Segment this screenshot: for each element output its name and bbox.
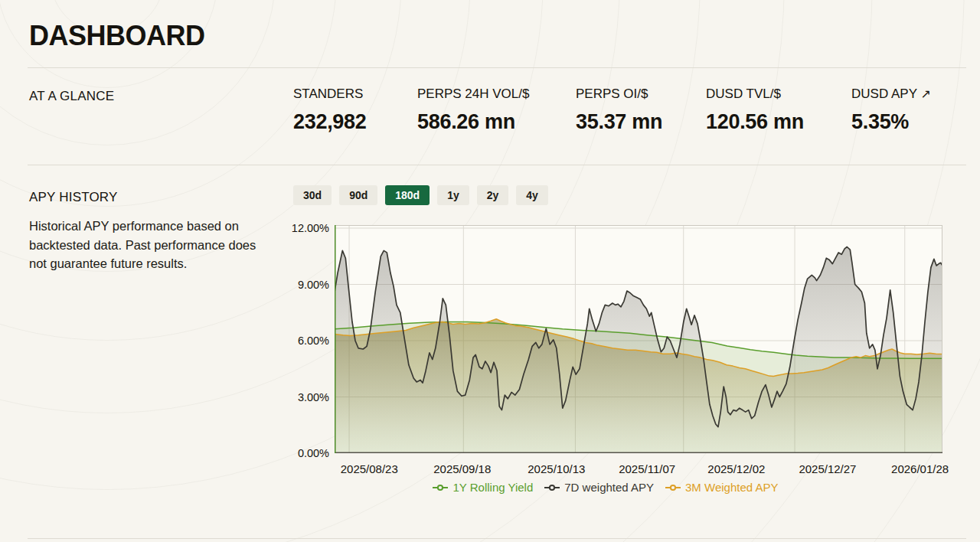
range-button-90d[interactable]: 90d <box>339 185 377 205</box>
stat-label: STANDERS <box>293 86 417 103</box>
at-a-glance-label: AT A GLANCE <box>29 89 114 104</box>
legend-marker-icon <box>665 484 681 491</box>
legend-marker-icon <box>544 484 560 491</box>
apy-chart[interactable] <box>335 225 942 453</box>
x-tick-label: 2025/09/18 <box>433 462 491 475</box>
stat-value: 586.26 mn <box>417 110 576 134</box>
stats-row: STANDERS232,982PERPS 24H VOL/$586.26 mnP… <box>293 86 931 134</box>
range-button-180d[interactable]: 180d <box>385 185 430 205</box>
y-tick-label: 9.00% <box>270 278 329 292</box>
stat-label: PERPS 24H VOL/$ <box>417 86 576 103</box>
range-button-4y[interactable]: 4y <box>516 185 548 205</box>
x-tick-label: 2026/01/28 <box>891 462 949 475</box>
legend-marker-icon <box>433 484 448 491</box>
stat-perps-24h-vol-: PERPS 24H VOL/$586.26 mn <box>417 86 576 134</box>
time-range-selector: 30d90d180d1y2y4y <box>293 185 548 205</box>
y-tick-label: 0.00% <box>270 446 329 460</box>
y-tick-label: 3.00% <box>270 390 329 404</box>
stat-label: DUSD APY ↗ <box>851 86 931 103</box>
legend-label: 1Y Rolling Yield <box>452 481 533 494</box>
range-button-30d[interactable]: 30d <box>293 185 332 205</box>
external-link-arrow-icon: ↗ <box>920 87 930 100</box>
range-button-2y[interactable]: 2y <box>477 185 509 205</box>
stat-perps-oi-: PERPS OI/$35.37 mn <box>576 86 706 134</box>
legend-item-3m-weighted-apy[interactable]: 3M Weighted APY <box>665 481 778 494</box>
x-tick-label: 2025/10/13 <box>528 462 585 475</box>
page-title: DASHBOARD <box>29 20 205 52</box>
x-tick-label: 2025/12/02 <box>707 462 765 475</box>
stat-value: 120.56 mn <box>706 110 851 134</box>
legend-label: 3M Weighted APY <box>685 481 778 494</box>
divider <box>28 538 966 539</box>
legend-item-1y-rolling-yield[interactable]: 1Y Rolling Yield <box>433 481 533 494</box>
apy-chart-svg <box>335 225 942 453</box>
stat-dusd-apy: DUSD APY ↗5.35% <box>851 86 931 134</box>
stat-value: 5.35% <box>851 110 931 134</box>
stat-value: 232,982 <box>293 110 417 134</box>
dashboard-page: DASHBOARD AT A GLANCE STANDERS232,982PER… <box>0 0 980 542</box>
apy-history-label: APY HISTORY <box>29 190 118 205</box>
divider <box>28 165 966 165</box>
stat-label: PERPS OI/$ <box>576 86 706 103</box>
y-tick-label: 12.00% <box>270 221 329 235</box>
legend-item-7d-weighted-apy[interactable]: 7D weighted APY <box>544 481 654 494</box>
x-tick-label: 2025/11/07 <box>619 462 675 475</box>
stat-standers: STANDERS232,982 <box>293 86 417 134</box>
range-button-1y[interactable]: 1y <box>437 185 469 205</box>
legend-label: 7D weighted APY <box>564 481 654 494</box>
divider <box>28 67 966 68</box>
stat-dusd-tvl-: DUSD TVL/$120.56 mn <box>706 86 851 134</box>
stat-value: 35.37 mn <box>576 110 706 134</box>
stat-label: DUSD TVL/$ <box>706 86 851 103</box>
x-axis-labels: 2025/08/232025/09/182025/10/132025/11/07… <box>335 462 942 478</box>
apy-history-description: Historical APY performance based on back… <box>29 217 268 273</box>
y-tick-label: 6.00% <box>270 334 329 348</box>
x-tick-label: 2025/12/27 <box>799 462 856 475</box>
chart-legend: 1Y Rolling Yield7D weighted APY3M Weight… <box>335 481 942 494</box>
x-tick-label: 2025/08/23 <box>341 462 398 475</box>
